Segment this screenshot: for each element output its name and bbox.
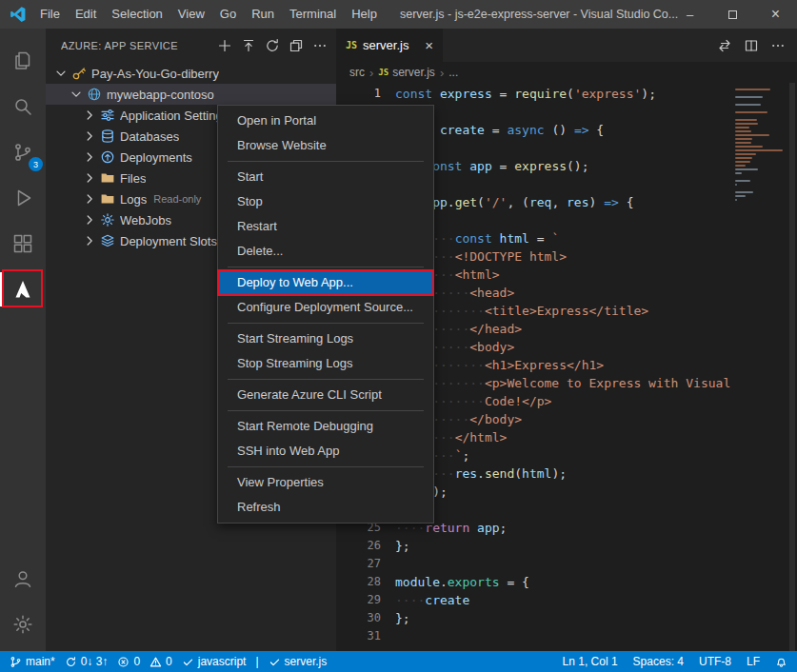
- code-line[interactable]: 30};: [336, 609, 797, 627]
- status-sync[interactable]: 0↓ 3↑: [65, 655, 109, 668]
- status-divider[interactable]: |: [255, 655, 258, 668]
- deploy-icon[interactable]: [238, 35, 259, 56]
- menu-edit[interactable]: Edit: [68, 0, 104, 29]
- status-check[interactable]: server.js: [269, 655, 328, 668]
- more-icon[interactable]: [770, 38, 786, 53]
- maximize-button[interactable]: [711, 0, 754, 29]
- chevron-down-icon[interactable]: [53, 66, 69, 81]
- minimap-line: [735, 123, 758, 125]
- minimap-line: [735, 199, 737, 201]
- status-check[interactable]: javascript: [182, 655, 247, 668]
- line-number: 1: [336, 85, 381, 103]
- context-menu-item-view-properties[interactable]: View Properties: [218, 470, 433, 495]
- activity-account[interactable]: [0, 556, 46, 602]
- subscription-icon: [71, 66, 87, 81]
- line-number: 31: [336, 627, 381, 645]
- context-menu-item-delete[interactable]: Delete...: [218, 239, 433, 264]
- code-line[interactable]: 26};: [336, 537, 797, 555]
- minimap[interactable]: [731, 83, 787, 651]
- tab-close-icon[interactable]: ×: [425, 38, 433, 52]
- breadcrumb-file[interactable]: server.js: [392, 66, 435, 79]
- check-icon: [182, 656, 194, 668]
- code-line[interactable]: 31: [336, 627, 797, 645]
- tree-item-suffix: Read-only: [153, 193, 201, 205]
- context-menu-item-start-streaming-logs[interactable]: Start Streaming Logs: [218, 326, 433, 351]
- minimap-line: [735, 191, 753, 193]
- code-line[interactable]: 1const express = require('express');: [336, 85, 797, 103]
- menu-help[interactable]: Help: [344, 0, 385, 29]
- menu-file[interactable]: File: [32, 0, 68, 29]
- tree-item-webapp[interactable]: mywebapp-contoso: [46, 84, 336, 105]
- status-error[interactable]: 0: [117, 655, 140, 668]
- menu-run[interactable]: Run: [244, 0, 282, 29]
- activity-search[interactable]: [0, 84, 46, 129]
- context-menu-item-generate-azure-cli-script[interactable]: Generate Azure CLI Script: [218, 383, 433, 407]
- chevron-down-icon[interactable]: [69, 87, 84, 102]
- context-menu-item-start-remote-debugging[interactable]: Start Remote Debugging: [218, 414, 433, 439]
- chevron-right-icon[interactable]: [82, 212, 97, 227]
- minimap-line: [735, 130, 751, 132]
- context-menu-item-stop[interactable]: Stop: [218, 189, 433, 214]
- activity-extensions[interactable]: [0, 221, 46, 267]
- context-menu-item-configure-deployment-source[interactable]: Configure Deployment Source...: [218, 295, 433, 320]
- tree-item-subscription[interactable]: Pay-As-You-Go-diberry: [46, 63, 336, 84]
- sidebar-header: AZURE: APP SERVICE: [46, 29, 336, 63]
- context-menu: Open in PortalBrowse WebsiteStartStopRes…: [217, 105, 434, 524]
- activity-settings[interactable]: [0, 602, 46, 647]
- code-line[interactable]: 27: [336, 555, 797, 573]
- chevron-right-icon[interactable]: [82, 233, 97, 248]
- context-menu-item-browse-website[interactable]: Browse Website: [218, 133, 433, 158]
- context-menu-item-deploy-to-web-app[interactable]: Deploy to Web App...: [218, 270, 433, 295]
- context-menu-item-start[interactable]: Start: [218, 165, 433, 189]
- gear-icon: [100, 212, 115, 227]
- refresh-icon[interactable]: [262, 35, 283, 56]
- editor-scrollbar[interactable]: [787, 83, 797, 651]
- status-utf-8[interactable]: UTF-8: [699, 655, 731, 668]
- status-warning[interactable]: 0: [149, 655, 172, 668]
- split-editor-icon[interactable]: [744, 38, 759, 53]
- source-control-badge: 3: [29, 157, 43, 171]
- vscode-window: { "titlebar": { "title": "server.js - js…: [0, 0, 797, 672]
- code-line[interactable]: 28module.exports = {: [336, 573, 797, 591]
- context-menu-item-refresh[interactable]: Refresh: [218, 495, 433, 520]
- tab-server-js[interactable]: JS server.js ×: [336, 29, 443, 62]
- status-lf[interactable]: LF: [747, 655, 760, 668]
- code-line[interactable]: 29····create: [336, 591, 797, 609]
- minimap-line: [735, 111, 767, 113]
- breadcrumb-src[interactable]: src: [349, 66, 365, 79]
- menu-go[interactable]: Go: [212, 0, 244, 29]
- close-button[interactable]: ×: [754, 0, 797, 29]
- chevron-right-icon[interactable]: [82, 108, 97, 123]
- context-menu-item-open-in-portal[interactable]: Open in Portal: [218, 109, 433, 133]
- status-bell[interactable]: [775, 656, 787, 668]
- bell-icon: [775, 656, 787, 668]
- scrollbar-slider[interactable]: [789, 83, 795, 651]
- status-branch[interactable]: main*: [10, 655, 55, 668]
- group-icon[interactable]: [286, 35, 307, 56]
- chevron-right-icon[interactable]: [82, 128, 97, 144]
- activity-source-control[interactable]: 3: [0, 129, 46, 175]
- line-number: 26: [336, 537, 381, 555]
- menu-terminal[interactable]: Terminal: [282, 0, 344, 29]
- minimap-line: [735, 89, 770, 90]
- chevron-right-icon[interactable]: [82, 191, 97, 207]
- chevron-right-icon[interactable]: [82, 149, 97, 165]
- breadcrumb-symbol[interactable]: ...: [448, 66, 458, 79]
- activity-explorer[interactable]: [0, 38, 46, 84]
- context-menu-item-restart[interactable]: Restart: [218, 214, 433, 239]
- chevron-right-icon[interactable]: [82, 170, 97, 186]
- menu-view[interactable]: View: [170, 0, 212, 29]
- minimap-line: [735, 104, 761, 106]
- minimap-line: [735, 195, 746, 197]
- status-ln-1-col-1[interactable]: Ln 1, Col 1: [563, 655, 618, 668]
- minimap-line: [735, 149, 783, 151]
- more-icon[interactable]: [309, 35, 330, 56]
- search-icon: [11, 95, 34, 118]
- menu-selection[interactable]: Selection: [104, 0, 169, 29]
- activity-run-debug[interactable]: [0, 175, 46, 221]
- status-spaces-4[interactable]: Spaces: 4: [633, 655, 684, 668]
- compare-icon[interactable]: [717, 38, 732, 53]
- context-menu-item-stop-streaming-logs[interactable]: Stop Streaming Logs: [218, 351, 433, 376]
- add-icon[interactable]: [214, 35, 235, 56]
- context-menu-item-ssh-into-web-app[interactable]: SSH into Web App: [218, 439, 433, 464]
